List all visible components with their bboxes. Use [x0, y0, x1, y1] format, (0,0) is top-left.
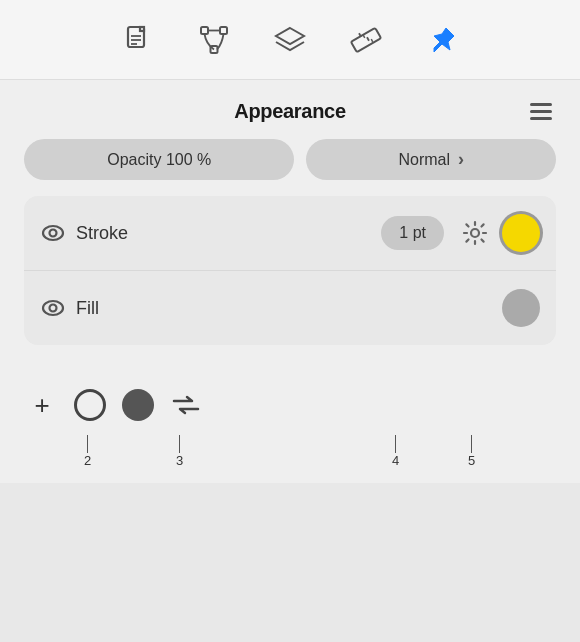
callout-3-line: [179, 435, 180, 453]
callout-5-line: [471, 435, 472, 453]
svg-line-13: [371, 39, 373, 42]
fill-row: Fill: [24, 271, 556, 345]
top-toolbar: [0, 0, 580, 80]
document-icon[interactable]: [118, 20, 158, 60]
svg-line-11: [363, 35, 365, 38]
svg-line-12: [367, 37, 369, 40]
svg-rect-9: [351, 27, 381, 51]
callout-4: 4: [392, 435, 399, 468]
appearance-title: Appearance: [234, 100, 346, 123]
stroke-circle-icon: [74, 389, 106, 421]
fill-label: Fill: [76, 298, 502, 319]
svg-point-16: [471, 229, 479, 237]
svg-rect-6: [220, 27, 227, 34]
bottom-bar-wrapper: + 2 3 4: [0, 369, 580, 483]
bottom-bar: +: [0, 369, 580, 435]
stroke-label: Stroke: [76, 223, 381, 244]
svg-point-14: [43, 226, 63, 240]
callout-4-label: 4: [392, 453, 399, 468]
swap-arrows-icon: [172, 394, 200, 416]
callout-3-label: 3: [176, 453, 183, 468]
bezier-icon[interactable]: [194, 20, 234, 60]
svg-point-17: [43, 301, 63, 315]
chevron-right-icon: ›: [458, 149, 464, 170]
stroke-value-button[interactable]: 1 pt: [381, 216, 444, 250]
callout-5-label: 5: [468, 453, 475, 468]
svg-point-18: [50, 305, 57, 312]
callout-2: 2: [84, 435, 91, 468]
callout-2-label: 2: [84, 453, 91, 468]
swap-button[interactable]: [164, 383, 208, 427]
main-panel: Appearance Opacity 100 % Normal › 1: [0, 80, 580, 369]
callout-row: 2 3 4 5: [0, 435, 580, 483]
svg-rect-5: [201, 27, 208, 34]
svg-point-15: [50, 230, 57, 237]
stroke-eye-icon[interactable]: [40, 220, 66, 246]
properties-area: 1 Stroke 1 pt: [24, 196, 556, 345]
fill-eye-icon[interactable]: [40, 295, 66, 321]
stroke-color-swatch[interactable]: [502, 214, 540, 252]
layers-icon[interactable]: [270, 20, 310, 60]
svg-marker-8: [276, 28, 304, 44]
fill-color-swatch[interactable]: [502, 289, 540, 327]
ruler-icon[interactable]: [346, 20, 386, 60]
stroke-style-button[interactable]: [68, 383, 112, 427]
opacity-button[interactable]: Opacity 100 %: [24, 139, 294, 180]
add-button[interactable]: +: [20, 383, 64, 427]
fill-style-button[interactable]: [116, 383, 160, 427]
add-icon: +: [34, 390, 49, 421]
normal-label: Normal: [398, 151, 450, 169]
controls-row: Opacity 100 % Normal ›: [24, 139, 556, 180]
callout-5: 5: [468, 435, 475, 468]
callout-3: 3: [176, 435, 183, 468]
menu-icon[interactable]: [526, 99, 556, 124]
appearance-header: Appearance: [24, 80, 556, 139]
svg-rect-1: [140, 27, 144, 31]
normal-button[interactable]: Normal ›: [306, 139, 556, 180]
fill-circle-icon: [122, 389, 154, 421]
callout-4-line: [395, 435, 396, 453]
pin-icon[interactable]: [422, 20, 462, 60]
stroke-row: 1 Stroke 1 pt: [24, 196, 556, 271]
callout-2-line: [87, 435, 88, 453]
gear-icon[interactable]: [460, 218, 490, 248]
